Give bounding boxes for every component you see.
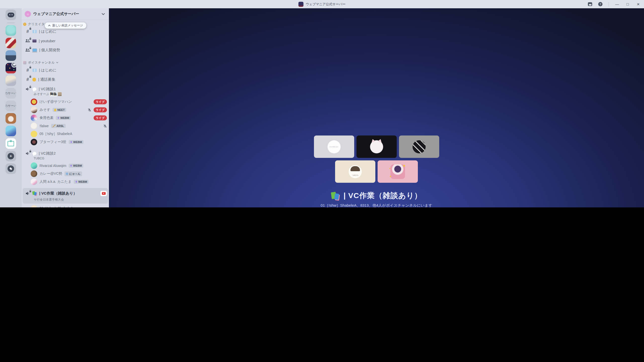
server-header-dropdown[interactable]: ⌂ ウェブマニア公式サーバー bbox=[22, 8, 109, 20]
participant-tile[interactable] bbox=[356, 135, 397, 158]
discord-logo-icon bbox=[8, 13, 14, 17]
voice-status: TUBCG bbox=[34, 157, 107, 160]
member-name: 05［!shy］ShabeleA bbox=[39, 132, 72, 136]
books-emoji bbox=[32, 191, 37, 195]
role-badge: NEET bbox=[53, 108, 66, 112]
voice-member-row[interactable]: 01［!shw］ShabeleA bbox=[31, 205, 107, 207]
channel-row[interactable]: | VC作業（雑談あり） bbox=[24, 190, 107, 197]
server-rail: のサーバ のサーバ + bbox=[0, 8, 22, 207]
voice-member-row[interactable]: カレー@VC勢 にゃ～ん bbox=[31, 170, 107, 177]
avatar bbox=[31, 99, 37, 105]
live-badge: ライブ bbox=[94, 107, 107, 112]
channel-hajimeni-2[interactable]: # | はじめに bbox=[24, 66, 107, 74]
member-name: Rivarzal Aluwqim bbox=[39, 164, 66, 168]
close-button[interactable]: × bbox=[636, 2, 640, 7]
new-unread-messages-pill[interactable]: 新しい未読メッセージ bbox=[45, 22, 86, 29]
voice-channel-vc-zatsudan2[interactable]: | VC雑談2 bbox=[24, 150, 107, 157]
voice-member-row[interactable]: Rivarzal Aluwqim WEBM bbox=[31, 162, 107, 169]
hash-lock-icon: # bbox=[25, 29, 30, 34]
server-teal-face[interactable] bbox=[6, 25, 16, 36]
speech-bubble-emoji bbox=[32, 87, 36, 91]
call-hand-emoji bbox=[32, 78, 36, 81]
role-badge: WEBM bbox=[69, 140, 84, 144]
voice-member-row[interactable]: 食用色素 WEBM ライブ bbox=[31, 114, 107, 121]
channel-hajimeni[interactable]: # | はじめに bbox=[24, 28, 107, 35]
voice-member-row[interactable]: みそす NEET ライブ bbox=[31, 106, 107, 113]
server-easel[interactable] bbox=[6, 138, 16, 149]
voice-member-row[interactable]: !falwe ARSL bbox=[31, 122, 107, 129]
participant-avatar bbox=[390, 164, 405, 179]
server-badge-icon: ⌂ bbox=[25, 11, 30, 17]
participant-avatar: SHABELEA bbox=[328, 140, 341, 153]
rail-divider bbox=[7, 23, 15, 23]
server-suit-man[interactable] bbox=[6, 50, 16, 61]
member-name: けいず@サツマハン bbox=[39, 100, 72, 104]
member-name: みそす bbox=[39, 108, 50, 112]
add-server-button[interactable]: + bbox=[6, 151, 16, 161]
unread-pill-label: 新しい未読メッセージ bbox=[52, 23, 83, 28]
voice-channel-participants-summary: 01［!shw］ShabeleA、8313、他4人がボイスチャンネルにいます bbox=[321, 203, 432, 207]
minimize-button[interactable]: — bbox=[615, 2, 619, 7]
laptop-emoji bbox=[32, 49, 37, 52]
titlebar: ウェブマニア公式サーバー ? — □ × bbox=[0, 0, 644, 8]
youtube-badge-icon bbox=[100, 191, 107, 196]
server-webmania-selected[interactable] bbox=[6, 63, 16, 73]
server-anime-girl[interactable] bbox=[6, 75, 16, 86]
titlebar-controls: ? — □ × bbox=[588, 0, 640, 8]
avatar bbox=[31, 131, 37, 137]
titlebar-center: ウェブマニア公式サーバー bbox=[298, 0, 345, 8]
role-badge: WEBM bbox=[69, 164, 84, 168]
channel-label: | 個人開発勢 bbox=[39, 48, 60, 53]
server-text-initial[interactable]: のサーバ bbox=[6, 88, 16, 99]
role-badge: ARSL bbox=[51, 124, 66, 128]
speaker-lock-icon bbox=[25, 152, 30, 155]
participant-avatar bbox=[413, 140, 426, 153]
voice-channel-vc-sagyo-selected[interactable]: | VC作業（雑談あり） サ行全日本選手権大会 bbox=[23, 188, 108, 204]
forum-lock-icon bbox=[25, 39, 30, 43]
channel-tsuwabosyu[interactable]: # | 通話募集 bbox=[24, 76, 107, 83]
maximize-button[interactable]: □ bbox=[625, 2, 630, 7]
purple-bolt-icon bbox=[75, 180, 77, 183]
inbox-icon[interactable] bbox=[588, 2, 592, 6]
gold-drop-icon bbox=[54, 109, 56, 111]
server-miku[interactable] bbox=[6, 126, 16, 136]
channel-label: | はじめに bbox=[39, 68, 56, 73]
voice-channel-title: | VC作業（雑談あり） bbox=[331, 191, 422, 201]
participant-tile[interactable] bbox=[378, 160, 418, 183]
speaker-lock-icon bbox=[25, 192, 30, 195]
server-name: ウェブマニア公式サーバー bbox=[33, 12, 99, 16]
category-emoji: ↑ bbox=[23, 23, 26, 26]
open-book-emoji bbox=[32, 69, 37, 72]
channel-kojinkaihatsu[interactable]: | 個人開発勢 bbox=[24, 46, 107, 54]
voice-member-row[interactable]: けいず@サツマハン ライブ bbox=[31, 98, 107, 105]
member-name: 食用色素 bbox=[39, 116, 54, 120]
discord-home-button[interactable] bbox=[6, 10, 16, 20]
role-badge: WEBM bbox=[56, 116, 71, 120]
voice-member-row[interactable]: 人間 a.k.a. カニたま WEBM bbox=[31, 178, 107, 185]
channel-label: | VC作業（雑談あり） bbox=[39, 191, 77, 196]
voice-member-row[interactable]: ブターフィー3世 WEBM bbox=[31, 139, 107, 146]
compass-icon bbox=[8, 165, 14, 172]
server-text-initial[interactable]: のサーバ bbox=[6, 101, 16, 111]
channel-label: | VC雑談2 bbox=[39, 151, 56, 156]
member-name: カレー@VC勢 bbox=[39, 171, 62, 176]
participant-avatar bbox=[370, 140, 383, 153]
speech-bubble-emoji bbox=[32, 152, 36, 155]
purple-bolt-icon bbox=[70, 164, 72, 167]
server-cat-sunglasses[interactable] bbox=[6, 113, 16, 124]
server-red-flag[interactable] bbox=[6, 38, 16, 48]
stage-content: SHABELEA つゆきち | VC作業（雑談あり） 01［!shw］Shabe… bbox=[314, 135, 439, 207]
voice-channel-vc-zatsudan1[interactable]: | VC雑談1 bbox=[24, 85, 107, 93]
help-icon[interactable]: ? bbox=[598, 2, 602, 6]
voice-member-row[interactable]: 05［!shy］ShabeleA bbox=[31, 130, 107, 138]
category-voice-channels[interactable]: ボイスチャンネル bbox=[23, 60, 58, 65]
channel-youtuber[interactable]: | youtuber bbox=[24, 37, 107, 44]
participant-tile[interactable]: つゆきち bbox=[335, 160, 375, 183]
participant-tile[interactable] bbox=[399, 135, 439, 158]
speaker-lock-icon bbox=[25, 87, 30, 91]
easel-icon bbox=[8, 141, 14, 146]
participant-tile[interactable]: SHABELEA bbox=[314, 135, 354, 158]
explore-servers-button[interactable] bbox=[6, 163, 16, 174]
chevron-down-icon bbox=[102, 13, 105, 15]
avatar bbox=[31, 115, 37, 121]
